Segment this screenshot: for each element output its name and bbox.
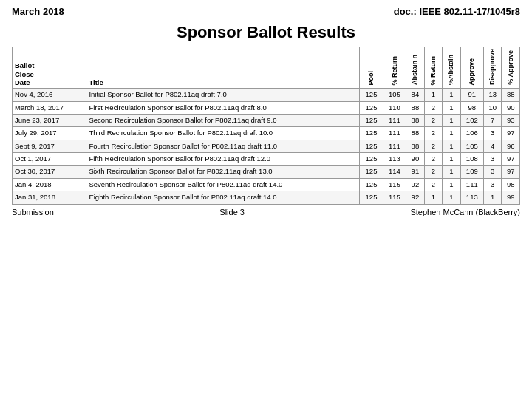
table-row: Sept 9, 2017Fourth Recirculation Sponsor… [13,140,520,152]
cell-pct_abstain: 1 [443,115,460,127]
cell-pct_abstain: 1 [443,166,460,178]
results-table: BallotCloseDate Title Pool % Return Abst… [12,47,520,205]
cell-pool: 125 [360,127,383,140]
cell-title: Fifth Recirculation Sponsor Ballot for P… [86,153,360,166]
cell-pct_approve: 88 [502,89,520,101]
cell-return: 111 [383,115,406,127]
cell-approve: 109 [460,166,483,178]
footer-center: Slide 3 [219,208,245,216]
cell-disapprove: 3 [484,153,502,166]
col-header-disapprove: Disapprove [484,47,502,89]
cell-abstain_n: 88 [406,115,424,127]
col-header-pct-return: % Return [424,47,442,89]
cell-return: 111 [383,140,406,152]
cell-abstain_n: 84 [406,89,424,101]
header-left: March 2018 [12,6,64,17]
cell-disapprove: 1 [484,191,502,204]
table-row: Nov 4, 2016Initial Sponsor Ballot for P8… [13,89,520,101]
cell-approve: 91 [460,89,483,101]
cell-pct_abstain: 1 [443,153,460,166]
cell-abstain_n: 91 [406,166,424,178]
table-row: Oct 1, 2017Fifth Recirculation Sponsor B… [13,153,520,166]
cell-disapprove: 4 [484,140,502,152]
table-row: Oct 30, 2017Sixth Recirculation Sponsor … [13,166,520,178]
cell-pool: 125 [360,101,383,114]
cell-disapprove: 13 [484,89,502,101]
cell-title: First Recirculation Sponsor Ballot for P… [86,101,360,114]
cell-return: 113 [383,153,406,166]
cell-pct_return: 2 [424,127,442,140]
table-row: June 23, 2017Second Recirculation Sponso… [13,115,520,127]
cell-title: Third Recirculation Sponsor Ballot for P… [86,127,360,140]
table-row: July 29, 2017Third Recirculation Sponsor… [13,127,520,140]
footer-right: Stephen McCann (BlackBerry) [410,208,520,216]
cell-return: 110 [383,101,406,114]
cell-approve: 98 [460,101,483,114]
cell-title: Fourth Recirculation Sponsor Ballot for … [86,140,360,152]
col-header-abstain-n: Abstain n [406,47,424,89]
cell-return: 105 [383,89,406,101]
cell-abstain_n: 92 [406,178,424,191]
cell-abstain_n: 90 [406,153,424,166]
cell-pct_return: 1 [424,191,442,204]
cell-approve: 106 [460,127,483,140]
cell-pool: 125 [360,153,383,166]
cell-pct_approve: 98 [502,178,520,191]
cell-close_date: Oct 1, 2017 [13,153,86,166]
table-row: March 18, 2017First Recirculation Sponso… [13,101,520,114]
cell-pool: 125 [360,178,383,191]
cell-title: Seventh Recirculation Sponsor Ballot for… [86,178,360,191]
page-title: Sponsor Ballot Results [0,20,532,47]
cell-pct_abstain: 1 [443,101,460,114]
col-header-return: % Return [383,47,406,89]
cell-pct_abstain: 1 [443,178,460,191]
cell-pool: 125 [360,166,383,178]
cell-approve: 111 [460,178,483,191]
cell-pct_return: 2 [424,101,442,114]
cell-pct_return: 2 [424,166,442,178]
header: March 2018 doc.: IEEE 802.11-17/1045r8 [0,0,532,20]
cell-pct_return: 2 [424,178,442,191]
cell-pct_approve: 96 [502,140,520,152]
cell-pct_approve: 97 [502,127,520,140]
cell-approve: 108 [460,153,483,166]
cell-close_date: Nov 4, 2016 [13,89,86,101]
cell-abstain_n: 88 [406,127,424,140]
cell-pct_approve: 97 [502,153,520,166]
cell-pool: 125 [360,115,383,127]
cell-title: Initial Sponsor Ballot for P802.11aq dra… [86,89,360,101]
col-header-pct-approve: % Approve [502,47,520,89]
cell-disapprove: 3 [484,166,502,178]
cell-close_date: Oct 30, 2017 [13,166,86,178]
cell-close_date: Sept 9, 2017 [13,140,86,152]
cell-disapprove: 3 [484,127,502,140]
cell-close_date: March 18, 2017 [13,101,86,114]
footer: Submission Slide 3 Stephen McCann (Black… [0,205,532,216]
table-row: Jan 4, 2018Seventh Recirculation Sponsor… [13,178,520,191]
cell-disapprove: 3 [484,178,502,191]
header-right: doc.: IEEE 802.11-17/1045r8 [394,6,520,17]
col-header-close-date: BallotCloseDate [13,47,86,89]
cell-pct_abstain: 1 [443,89,460,101]
cell-pct_abstain: 1 [443,140,460,152]
cell-title: Second Recirculation Sponsor Ballot for … [86,115,360,127]
cell-pool: 125 [360,191,383,204]
col-header-approve: Approve [460,47,483,89]
col-header-pct-abstain: %Abstain [443,47,460,89]
cell-approve: 113 [460,191,483,204]
cell-pct_approve: 90 [502,101,520,114]
cell-pct_return: 2 [424,153,442,166]
cell-pool: 125 [360,89,383,101]
cell-abstain_n: 92 [406,191,424,204]
cell-disapprove: 10 [484,101,502,114]
cell-abstain_n: 88 [406,101,424,114]
cell-return: 115 [383,191,406,204]
cell-pct_approve: 97 [502,166,520,178]
cell-pct_abstain: 1 [443,191,460,204]
table-wrapper: BallotCloseDate Title Pool % Return Abst… [0,47,532,205]
cell-pct_abstain: 1 [443,127,460,140]
cell-title: Sixth Recirculation Sponsor Ballot for P… [86,166,360,178]
cell-approve: 105 [460,140,483,152]
cell-pct_approve: 99 [502,191,520,204]
cell-return: 111 [383,127,406,140]
